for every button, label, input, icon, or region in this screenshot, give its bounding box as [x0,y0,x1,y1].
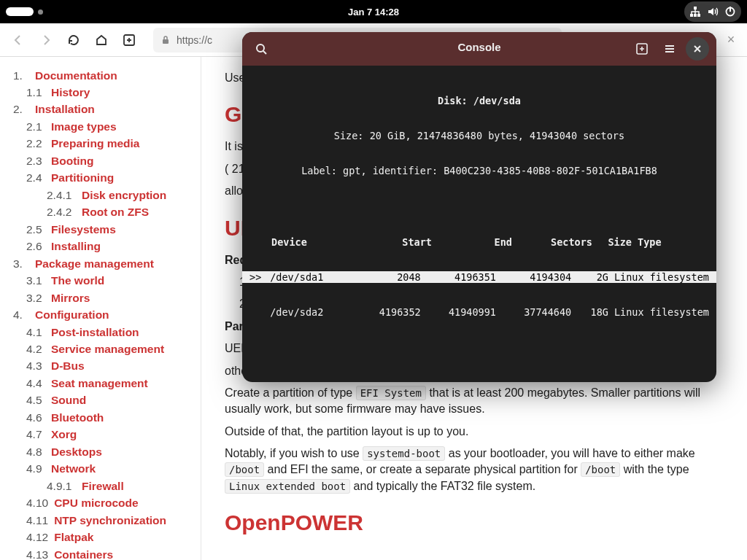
toc-package-management[interactable]: 3.Package management [13,255,193,272]
toc-xorg[interactable]: 4.7Xorg [13,427,193,443]
toc-containers[interactable]: 4.13Containers [13,546,193,560]
console-window: Console Disk: /dev/sda Size: 20 GiB, 214… [242,32,716,382]
cfdisk-label: Label: gpt, identifier: B400C230-4385-40… [242,165,716,176]
back-button[interactable] [6,28,31,52]
cfdisk-disk: Disk: /dev/sda [242,95,716,106]
cfdisk-size: Size: 20 GiB, 21474836480 bytes, 4194304… [242,130,716,141]
console-search-button[interactable] [249,37,273,61]
paragraph: Create a partition of type EFI System th… [225,385,719,418]
new-tab-button[interactable] [117,28,142,52]
toc-the-world[interactable]: 3.1The world [13,273,193,289]
svg-rect-5 [729,7,731,12]
svg-rect-1 [690,14,693,17]
toc-desktops[interactable]: 4.8Desktops [13,443,193,460]
toc-filesystems[interactable]: 2.5Filesystems [13,221,193,238]
toc-ntp-sync[interactable]: 4.11NTP synchronization [13,512,193,529]
system-tray[interactable] [684,1,741,22]
svg-rect-2 [694,14,697,17]
toc-sound[interactable]: 4.5Sound [13,392,193,409]
toc-partitioning[interactable]: 2.4Partitioning [13,170,193,187]
toc-service-management[interactable]: 4.2Service management [13,341,193,358]
code-linux-ext-boot: Linux extended boot [225,479,350,494]
toc-documentation[interactable]: 1.Documentation [13,67,193,84]
forward-button[interactable] [34,28,58,52]
toc-flatpak[interactable]: 4.12Flatpak [13,529,193,546]
toc-disk-encryption[interactable]: 2.4.1Disk encryption [13,187,193,203]
toc-history[interactable]: 1.1History [13,84,193,101]
svg-rect-3 [697,14,700,17]
activities-pill [6,7,34,16]
cfdisk-row-sda1[interactable]: >>/dev/sda12048419635141943042GLinux fil… [242,271,716,283]
code-systemd-boot: systemd-boot [363,446,445,461]
toc-post-installation[interactable]: 4.1Post-installation [13,324,193,341]
cfdisk-header-row: DeviceStartEndSectorsSizeType [242,236,716,248]
workspace-dot [38,9,43,15]
reload-button[interactable] [61,28,86,52]
toc-mirrors[interactable]: 3.2Mirrors [13,289,193,306]
toc-preparing-media[interactable]: 2.2Preparing media [13,136,193,152]
close-tab-button[interactable]: × [721,30,741,50]
console-title: Console [457,41,500,53]
lock-icon [160,35,171,45]
network-icon[interactable] [687,4,703,20]
toc-cpu-microcode[interactable]: 4.10CPU microcode [13,495,193,512]
console-header[interactable]: Console [242,32,716,66]
activities-area[interactable] [6,7,43,16]
toc-configuration[interactable]: 4.Configuration [13,307,193,324]
console-body[interactable]: Disk: /dev/sda Size: 20 GiB, 21474836480… [242,66,716,382]
toc-firewall[interactable]: 4.9.1Firewall [13,478,193,494]
toc-installation[interactable]: 2.Installation [13,101,193,118]
toc-sidebar: 1.Documentation 1.1History 2.Installatio… [0,57,201,560]
svg-point-8 [257,44,264,52]
paragraph: Notably, if you wish to use systemd-boot… [225,446,719,494]
toc-network[interactable]: 4.9Network [13,461,193,478]
home-button[interactable] [89,28,114,52]
toc-bluetooth[interactable]: 4.6Bluetooth [13,409,193,426]
url-text: https://c [177,34,212,46]
console-new-tab-button[interactable] [630,37,654,61]
toc-root-on-zfs[interactable]: 2.4.2Root on ZFS [13,204,193,221]
cfdisk-row-sda2[interactable]: /dev/sda24196352419409913774464018GLinux… [242,306,716,318]
console-menu-button[interactable] [658,37,681,61]
toc-image-types[interactable]: 2.1Image types [13,118,193,135]
toc-d-bus[interactable]: 4.3D-Bus [13,358,193,375]
code-boot: /boot [581,462,620,477]
toc-seat-management[interactable]: 4.4Seat management [13,375,193,392]
volume-icon[interactable] [705,4,721,20]
heading-openpower: OpenPOWER [225,508,719,538]
power-icon[interactable] [722,4,738,20]
clock[interactable]: Jan 7 14:28 [348,7,399,18]
toc-booting[interactable]: 2.3Booting [13,152,193,169]
code-efi-system: EFI System [356,386,426,400]
code-boot: /boot [225,462,264,477]
svg-rect-0 [694,7,697,9]
paragraph: Outside of that, the partition layout is… [225,424,719,440]
svg-rect-7 [163,39,169,44]
console-close-button[interactable] [686,37,709,61]
gnome-topbar: Jan 7 14:28 [0,0,747,23]
toc-installing[interactable]: 2.6Installing [13,238,193,255]
